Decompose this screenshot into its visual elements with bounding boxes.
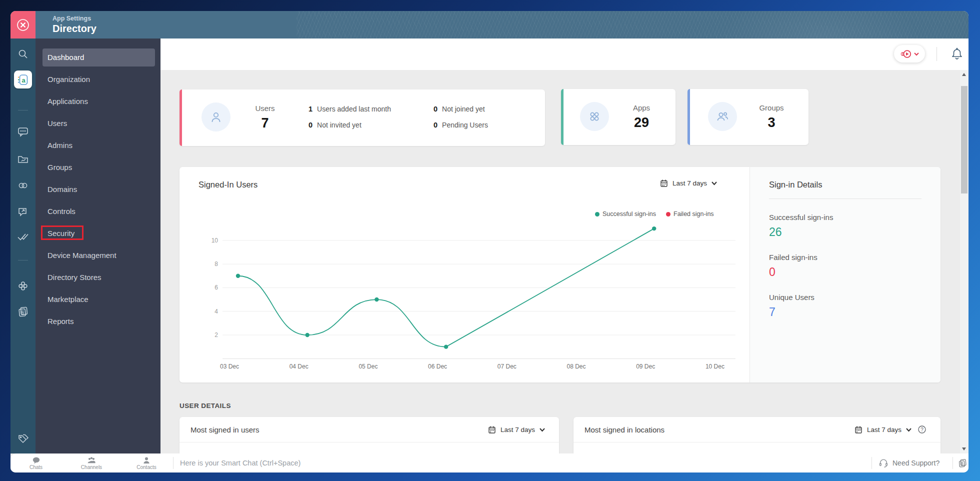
svg-text:10: 10 xyxy=(212,237,218,244)
groups-count: 3 xyxy=(746,115,796,130)
stat-value: 1 xyxy=(308,105,312,113)
bell-icon xyxy=(950,47,964,61)
dashboard-content: Users 7 1 Users added last month 0 Not i… xyxy=(160,70,960,454)
svg-text:06 Dec: 06 Dec xyxy=(428,363,447,370)
top-header-band: App Settings Directory xyxy=(36,11,968,38)
card-title: Most signed in users xyxy=(190,426,260,434)
chatbar-divider xyxy=(173,457,174,469)
groups-stat-card: Groups 3 xyxy=(688,89,808,145)
vertical-scrollbar[interactable] xyxy=(960,70,968,454)
topbar-divider xyxy=(936,47,937,61)
notifications-button[interactable] xyxy=(949,46,965,62)
sidebar-item-marketplace[interactable]: Marketplace xyxy=(42,290,155,308)
stat-label: Pending Users xyxy=(442,121,488,129)
linked-circles-icon[interactable] xyxy=(10,178,36,193)
apps-label: Apps xyxy=(618,104,666,112)
sidebar-item-domains[interactable]: Domains xyxy=(42,180,155,198)
signed-in-users-card: Signed-In Users Last 7 days Successful xyxy=(180,167,940,382)
double-check-icon[interactable] xyxy=(10,229,36,244)
signin-chart: 24681003 Dec04 Dec05 Dec06 Dec07 Dec08 D… xyxy=(180,167,750,377)
chevron-down-icon xyxy=(914,52,919,56)
stat-label: Users added last month xyxy=(317,105,391,113)
copy-notes-icon xyxy=(958,458,968,468)
locations-range-select[interactable]: Last 7 days xyxy=(854,426,912,434)
svg-text:07 Dec: 07 Dec xyxy=(498,363,516,370)
sidebar-item-admins[interactable]: Admins xyxy=(42,136,155,154)
share-chat-icon[interactable] xyxy=(10,204,36,219)
svg-text:a: a xyxy=(22,76,26,84)
folder-chart-icon[interactable] xyxy=(10,152,36,166)
sidebar-item-controls[interactable]: Controls xyxy=(42,202,155,220)
need-support-label: Need Support? xyxy=(892,459,940,467)
rail-divider xyxy=(18,110,28,110)
scroll-up-arrow[interactable] xyxy=(962,73,966,76)
smart-chat-bar: Chats Channels Contacts xyxy=(10,454,968,472)
close-app-button[interactable] xyxy=(10,11,36,38)
sidebar-item-applications[interactable]: Applications xyxy=(42,92,155,110)
rail-divider xyxy=(18,260,28,260)
need-support-button[interactable]: Need Support? xyxy=(878,456,940,470)
clover-icon[interactable] xyxy=(10,278,36,294)
search-icon[interactable] xyxy=(10,46,36,62)
sidebar-menu: Dashboard Organization Applications User… xyxy=(36,38,160,454)
groups-icon xyxy=(708,102,737,131)
sidebar-item-users[interactable]: Users xyxy=(42,114,155,132)
desktop-background: { "header": { "app_settings": "App Setti… xyxy=(0,0,980,481)
contacts-label: Contacts xyxy=(136,464,156,470)
sidebar-item-device-management[interactable]: Device Management xyxy=(42,246,155,264)
chat-bubble-icon[interactable] xyxy=(10,124,36,139)
scrollbar-thumb[interactable] xyxy=(961,86,968,194)
calendar-icon xyxy=(488,426,496,434)
scroll-down-arrow[interactable] xyxy=(962,448,966,450)
svg-text:10 Dec: 10 Dec xyxy=(706,363,724,370)
apps-accent-bar xyxy=(561,89,564,145)
sidebar-item-label: Security xyxy=(48,229,74,238)
apps-stat-card: Apps 29 xyxy=(561,89,676,145)
detail-label: Failed sign-ins xyxy=(769,253,922,262)
chats-tab[interactable]: Chats xyxy=(18,454,54,472)
sidebar-item-dashboard[interactable]: Dashboard xyxy=(42,48,155,66)
signin-account-button[interactable] xyxy=(894,45,925,62)
stat-value: 0 xyxy=(434,121,438,129)
stat-value: 0 xyxy=(434,105,438,113)
page-title: Directory xyxy=(52,23,96,34)
stat-value: 0 xyxy=(308,121,312,129)
svg-text:8: 8 xyxy=(214,260,218,268)
stat-label: Not joined yet xyxy=(442,105,485,113)
copy-notes-button[interactable] xyxy=(956,457,968,469)
svg-text:09 Dec: 09 Dec xyxy=(636,363,655,370)
tags-icon[interactable] xyxy=(10,431,36,446)
users-range-select[interactable]: Last 7 days xyxy=(488,426,545,434)
users-count: 7 xyxy=(240,116,290,131)
chatbar-divider xyxy=(952,457,953,469)
svg-text:08 Dec: 08 Dec xyxy=(566,363,586,370)
channels-tab[interactable]: Channels xyxy=(74,454,109,472)
apps-grid-icon xyxy=(580,102,609,131)
sidebar-item-security[interactable]: Security xyxy=(42,224,155,242)
chatbar-divider xyxy=(872,457,872,469)
user-icon xyxy=(202,102,230,132)
help-icon[interactable]: ? xyxy=(918,425,926,434)
smart-chat-input[interactable] xyxy=(180,456,865,470)
channels-label: Channels xyxy=(81,464,102,470)
users-label: Users xyxy=(240,104,290,112)
calendar-icon xyxy=(854,426,862,434)
app-window: App Settings Directory a xyxy=(10,11,968,472)
copy-docs-icon[interactable] xyxy=(10,304,36,319)
card-title: Most signed in locations xyxy=(584,426,664,434)
sidebar-item-reports[interactable]: Reports xyxy=(42,312,155,330)
headset-icon xyxy=(878,458,888,468)
svg-text:6: 6 xyxy=(214,284,218,291)
svg-text:2: 2 xyxy=(214,332,218,338)
unique-users-value: 7 xyxy=(769,306,922,319)
svg-text:05 Dec: 05 Dec xyxy=(358,363,378,370)
app-settings-label: App Settings xyxy=(52,15,91,22)
users-accent-bar xyxy=(180,90,182,146)
apps-count: 29 xyxy=(618,115,666,130)
contacts-tab[interactable]: Contacts xyxy=(129,454,164,472)
sidebar-item-directory-stores[interactable]: Directory Stores xyxy=(42,268,155,286)
sidebar-item-groups[interactable]: Groups xyxy=(42,158,155,176)
chats-label: Chats xyxy=(30,464,42,470)
sidebar-item-organization[interactable]: Organization xyxy=(42,70,155,88)
directory-app-icon[interactable]: a xyxy=(14,70,32,88)
